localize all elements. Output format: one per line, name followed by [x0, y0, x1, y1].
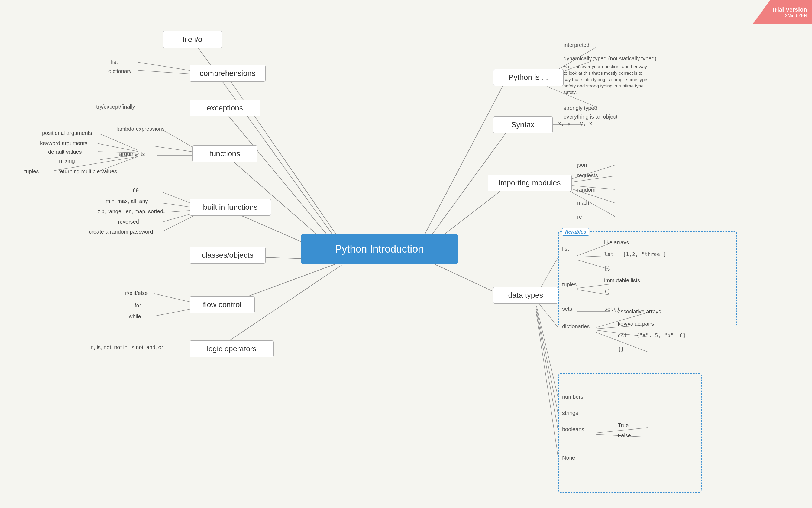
center-node: Python Introduction	[301, 234, 458, 264]
node-desc: So to answer your question: another way …	[564, 64, 650, 96]
node-booleans: booleans	[562, 426, 584, 432]
node-strings: strings	[562, 410, 578, 416]
svg-line-12	[138, 62, 198, 72]
node-syntax-val: x, y = y, x	[558, 120, 592, 126]
node-mixing: mixing	[59, 158, 75, 164]
node-try: try/except/finally	[96, 104, 135, 110]
node-object: everything is an object	[564, 114, 617, 120]
node-list: list	[562, 246, 569, 252]
svg-line-44	[536, 306, 558, 398]
node-python-is: Python is ...	[493, 69, 564, 86]
node-requests: requests	[577, 172, 598, 179]
svg-line-13	[138, 70, 198, 75]
node-flow: flow control	[190, 296, 255, 313]
svg-line-18	[100, 134, 138, 150]
node-sets: sets	[562, 306, 572, 312]
node-none: None	[562, 455, 575, 461]
node-if: if/elif/else	[125, 290, 148, 296]
node-zip: zip, range, len, map, sorted	[98, 208, 163, 215]
node-immutable: immutable lists	[604, 278, 640, 284]
svg-line-43	[536, 300, 558, 328]
node-like-arrays: like arrays	[604, 240, 629, 246]
node-json: json	[577, 162, 587, 168]
node-def-vals: default values	[48, 149, 82, 155]
node-dynamic: dynamically typed (not statically typed)	[564, 55, 656, 62]
node-tuples-bracket: ()	[604, 288, 610, 294]
trial-title: Trial Version	[772, 6, 807, 13]
svg-line-46	[536, 311, 558, 430]
node-args: arguments	[119, 151, 145, 157]
node-file-io: file i/o	[162, 31, 222, 48]
svg-line-45	[536, 308, 558, 414]
node-comp-list: list	[111, 59, 118, 65]
node-re: re	[577, 214, 582, 220]
node-true: True	[618, 422, 628, 428]
node-kv: key/value pairs	[618, 321, 654, 327]
node-return: returning multiple values	[58, 168, 117, 175]
trial-subtitle: XMind-ZEN	[785, 13, 807, 18]
svg-line-19	[98, 143, 138, 152]
node-interpreted: interpreted	[564, 42, 589, 48]
node-reversed: reversed	[118, 219, 139, 225]
node-dicts: dictionaries	[562, 324, 589, 330]
svg-line-47	[536, 314, 558, 457]
node-dicts-brace: {}	[618, 346, 624, 352]
node-logic: logic operators	[190, 340, 274, 357]
node-while: while	[129, 313, 141, 320]
node-classes: classes/objects	[190, 247, 266, 264]
svg-line-8	[423, 79, 507, 238]
node-dicts-code: dct = {"a": 5, "b": 6}	[618, 332, 686, 338]
node-password: create a random password	[89, 229, 153, 235]
node-importing: importing modules	[488, 175, 572, 192]
node-list-bracket: []	[604, 265, 610, 271]
node-tuples-dt: tuples	[562, 282, 577, 288]
node-comp-dict: dictionary	[108, 68, 132, 75]
node-pos-args: positional arguments	[42, 130, 92, 136]
node-syntax: Syntax	[493, 116, 553, 133]
node-comprehensions: comprehensions	[190, 65, 266, 82]
node-numbers: numbers	[562, 394, 583, 400]
svg-line-2	[222, 108, 333, 242]
node-tuples: tuples	[25, 168, 39, 175]
node-for: for	[134, 303, 141, 309]
node-minmax: min, max, all, any	[106, 198, 148, 204]
node-math: math	[577, 200, 589, 206]
node-list-code: lst = [1,2, "three"]	[604, 251, 666, 257]
node-false: False	[618, 432, 631, 439]
node-exceptions: exceptions	[190, 99, 260, 116]
node-sets-code: set()	[604, 306, 620, 312]
mindmap: Trial Version XMind-ZEN Python Introduct…	[0, 0, 812, 508]
node-functions: functions	[192, 145, 258, 162]
node-data-types: data types	[493, 287, 558, 304]
node-built-in: built in functions	[190, 199, 271, 216]
node-random: random	[577, 187, 595, 193]
iterables-label: iterables	[562, 228, 589, 236]
node-lambda: lambda expressions	[116, 126, 165, 132]
node-kw-args: keyword arguments	[40, 140, 87, 146]
trial-badge: Trial Version XMind-ZEN	[752, 0, 812, 24]
node-69: 69	[133, 187, 139, 194]
node-strong: strongly typed	[564, 105, 597, 111]
node-logic-ops: in, is, not, not in, is not, and, or	[89, 344, 163, 350]
node-assoc: associative arrays	[618, 308, 661, 315]
